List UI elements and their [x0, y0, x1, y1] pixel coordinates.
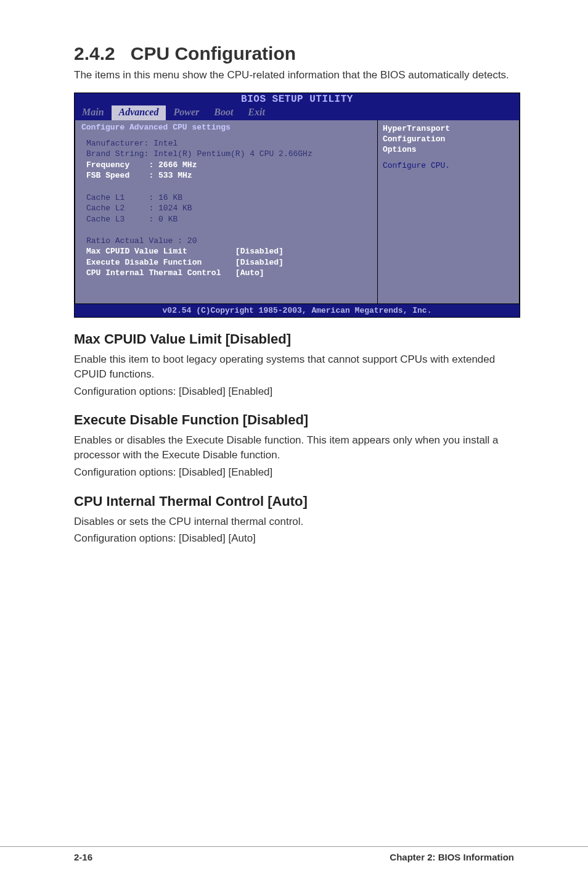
label: Ratio Actual Value : [86, 236, 182, 245]
bios-brand-string: Brand String: Intel(R) Pentium(R) 4 CPU … [86, 149, 366, 160]
bios-frequency: Frequency : 2666 MHz [86, 160, 366, 171]
label: FSB Speed [86, 171, 129, 180]
label: Manufacturer: [86, 139, 149, 148]
section-number: 2.4.2 [74, 43, 115, 64]
value: 2666 MHz [158, 160, 197, 170]
section-lead: The items in this menu show the CPU-rela… [74, 68, 520, 83]
bios-tab-boot[interactable]: Boot [206, 105, 240, 120]
bios-manufacturer: Manufacturer: Intel [86, 138, 366, 149]
sub2-title: Execute Disable Function [Disabled] [74, 412, 520, 428]
sub2-p1: Enables or disables the Execute Disable … [74, 433, 520, 463]
value: 1024 KB [158, 204, 192, 213]
value: [Disabled] [235, 258, 284, 267]
bios-body: Configure Advanced CPU settings Manufact… [75, 120, 520, 304]
bios-cpu-thermal[interactable]: CPU Internal Thermal Control [Auto] [86, 268, 366, 279]
bios-exec-disable[interactable]: Execute Disable Function [Disabled] [86, 257, 366, 268]
bios-tab-main[interactable]: Main [75, 105, 112, 120]
bios-title: BIOS SETUP UTILITY [75, 93, 520, 105]
label: Cache L1 [86, 193, 125, 202]
value: 20 [187, 236, 197, 245]
bios-cache-l3: Cache L3 : 0 KB [86, 214, 366, 225]
label: Cache L3 [86, 215, 125, 224]
bios-screenshot: BIOS SETUP UTILITY Main Advanced Power B… [74, 93, 520, 318]
bios-max-cpuid[interactable]: Max CPUID Value Limit [Disabled] [86, 246, 366, 257]
bios-tab-exit[interactable]: Exit [240, 105, 272, 120]
section-title: CPU Configuration [131, 43, 296, 64]
bios-left-content: Manufacturer: Intel Brand String: Intel(… [80, 134, 372, 294]
sub3-p1: Disables or sets the CPU internal therma… [74, 514, 520, 529]
bios-left-pane: Configure Advanced CPU settings Manufact… [75, 120, 377, 304]
spacer [86, 181, 366, 192]
bios-cache-l1: Cache L1 : 16 KB [86, 192, 366, 204]
spacer [86, 225, 366, 236]
chapter-label: Chapter 2: BIOS Information [390, 852, 514, 862]
label: Cache L2 [86, 204, 125, 213]
bios-left-title: Configure Advanced CPU settings [75, 120, 377, 133]
help-line3: Options [383, 145, 514, 155]
value: 533 MHz [158, 171, 192, 180]
document-page: 2.4.2 CPU Configuration The items in thi… [0, 0, 588, 887]
bios-tab-advanced[interactable]: Advanced [112, 105, 166, 120]
sub1-title: Max CPUID Value Limit [Disabled] [74, 331, 520, 347]
bios-help-pane: HyperTransport Configuration Options Con… [377, 120, 520, 304]
sub1-p2: Configuration options: [Disabled] [Enabl… [74, 384, 520, 399]
label: Brand String: [86, 149, 149, 159]
help-line2: Configuration [383, 134, 514, 145]
value: Intel(R) Pentium(R) 4 CPU 2.66GHz [153, 149, 312, 159]
bios-footer: v02.54 (C)Copyright 1985-2003, American … [75, 304, 520, 317]
help-line1: HyperTransport [383, 124, 514, 134]
sub3-title: CPU Internal Thermal Control [Auto] [74, 493, 520, 510]
bios-tab-bar: Main Advanced Power Boot Exit [75, 105, 520, 120]
bios-cache-l2: Cache L2 : 1024 KB [86, 203, 366, 214]
value: 16 KB [158, 193, 182, 202]
help-body: Configure CPU. [383, 161, 514, 171]
label: Max CPUID Value Limit [86, 247, 187, 256]
label: CPU Internal Thermal Control [86, 268, 221, 278]
page-number: 2-16 [74, 852, 92, 862]
label: Execute Disable Function [86, 258, 202, 267]
page-footer: 2-16 Chapter 2: BIOS Information [0, 846, 588, 862]
bios-ratio: Ratio Actual Value : 20 [86, 236, 366, 247]
bios-fsb-speed: FSB Speed : 533 MHz [86, 170, 366, 181]
value: Intel [153, 139, 178, 148]
value: [Disabled] [235, 247, 284, 256]
label: Frequency [86, 160, 129, 170]
bios-tab-power[interactable]: Power [166, 105, 206, 120]
sub3-p2: Configuration options: [Disabled] [Auto] [74, 531, 520, 546]
value: [Auto] [235, 268, 264, 278]
sub2-p2: Configuration options: [Disabled] [Enabl… [74, 465, 520, 480]
section-heading: 2.4.2 CPU Configuration [74, 43, 520, 64]
value: 0 KB [158, 215, 178, 224]
sub1-p1: Enable this item to boot legacy operatin… [74, 352, 520, 382]
